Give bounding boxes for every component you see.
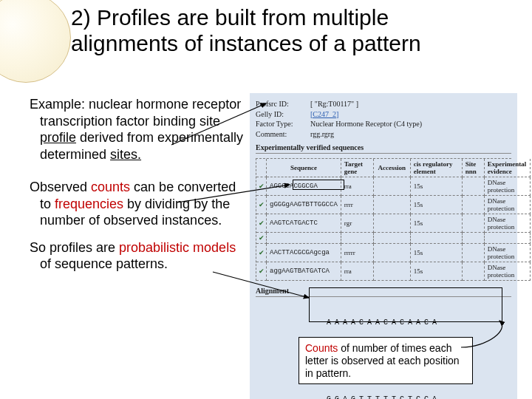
table-cell: rrrrr xyxy=(341,244,374,262)
table-header: cis regulatory element xyxy=(411,159,463,177)
table-header: Target gene xyxy=(341,159,374,177)
callout-counts: Counts of number of times each letter is… xyxy=(299,337,473,384)
table-cell: DNase protection xyxy=(485,244,531,262)
check-cell: ✔ xyxy=(256,233,267,244)
table-cell: AAGTCATGACTC xyxy=(267,214,341,233)
decorative-circle xyxy=(0,0,71,83)
value: rgg.rgrg xyxy=(310,130,334,138)
table-cell: DNase protection xyxy=(485,177,531,196)
table-cell: 15s xyxy=(411,244,463,262)
label: Profsrc ID: xyxy=(256,99,310,109)
text: So profiles are xyxy=(30,240,119,255)
label: Gelly ID: xyxy=(256,109,310,120)
highlight-box-seq xyxy=(293,180,344,190)
check-cell: ✔ xyxy=(256,214,267,233)
text: of sequence patterns. xyxy=(40,256,168,271)
table-cell: 15s xyxy=(411,214,463,233)
left-column: Example: nuclear hormone receptor transc… xyxy=(30,96,244,273)
table-cell xyxy=(463,177,485,196)
table-cell: rgr xyxy=(341,214,374,233)
table-cell xyxy=(341,233,374,244)
table-cell: AACTTACGCGAgcga xyxy=(267,244,341,262)
table-header: Sequence xyxy=(267,159,341,177)
text-probabilistic: probabilistic models xyxy=(119,240,236,255)
table-header: Site nnn xyxy=(463,159,485,177)
check-cell: ✔ xyxy=(256,177,267,196)
link-value: [C247_2] xyxy=(310,110,338,118)
paragraph-counts: Observed counts can be converted to freq… xyxy=(30,179,244,229)
table-cell xyxy=(267,233,341,244)
highlight-box-counts xyxy=(309,287,502,322)
text-profile: profile xyxy=(40,130,76,145)
table-cell xyxy=(463,262,485,281)
table-cell: 15s xyxy=(411,177,463,196)
slide-title: 2) Profiles are built from multiple alig… xyxy=(71,4,485,57)
table-header: Accession xyxy=(374,159,411,177)
section-heading-sequences: Experimentally verified sequences xyxy=(256,143,511,151)
paragraph-example: Example: nuclear hormone receptor transc… xyxy=(30,96,244,163)
table-cell xyxy=(374,214,411,233)
check-cell: ✔ xyxy=(256,244,267,262)
table-cell xyxy=(463,196,485,214)
db-header: Profsrc ID:[ "Rg:T00117" ] Gelly ID:[C24… xyxy=(256,99,511,139)
table-cell xyxy=(374,262,411,281)
table-header: Experimental evidence xyxy=(485,159,531,177)
label: Comment: xyxy=(256,129,310,140)
table-cell: DNase protection xyxy=(485,262,531,281)
table-cell: rra xyxy=(341,262,374,281)
value: [ "Rg:T00117" ] xyxy=(310,100,358,108)
table-cell: rrrr xyxy=(341,196,374,214)
table-cell xyxy=(374,244,411,262)
text: Example: nuclear hormone receptor transc… xyxy=(30,97,241,129)
paragraph-probabilistic: So profiles are probabilistic models of … xyxy=(30,239,244,273)
table-cell: DNase protection xyxy=(485,214,531,233)
table-cell: gGGGgAAGTBTTGGCCA xyxy=(267,196,341,214)
text: Observed xyxy=(30,180,91,194)
text-counts: counts xyxy=(91,180,130,194)
table-cell: rra xyxy=(341,177,374,196)
table-cell: 15s xyxy=(411,262,463,281)
table-cell: DNase protection xyxy=(485,196,531,214)
align-row: GGAGTTTTTCTCCA xyxy=(256,395,511,400)
table-cell: aggAAGTBATGATCA xyxy=(267,262,341,281)
table-cell xyxy=(463,244,485,262)
label: Factor Type: xyxy=(256,119,310,129)
sequence-table: SequenceTarget geneAccessioncis regulato… xyxy=(256,158,511,281)
text: Counts xyxy=(305,342,338,354)
value: Nuclear Hormone Receptor (C4 type) xyxy=(310,120,422,128)
table-cell: 15s xyxy=(411,196,463,214)
table-cell xyxy=(374,177,411,196)
table-cell xyxy=(485,233,531,244)
check-cell: ✔ xyxy=(256,196,267,214)
check-cell: ✔ xyxy=(256,262,267,281)
table-cell xyxy=(374,196,411,214)
table-header xyxy=(256,159,267,177)
text-frequencies: frequencies xyxy=(55,197,123,211)
table-cell xyxy=(463,214,485,233)
table-cell xyxy=(411,233,463,244)
divider xyxy=(256,153,511,154)
text-sites: sites. xyxy=(110,147,141,162)
table-cell xyxy=(374,233,411,244)
table-cell xyxy=(463,233,485,244)
